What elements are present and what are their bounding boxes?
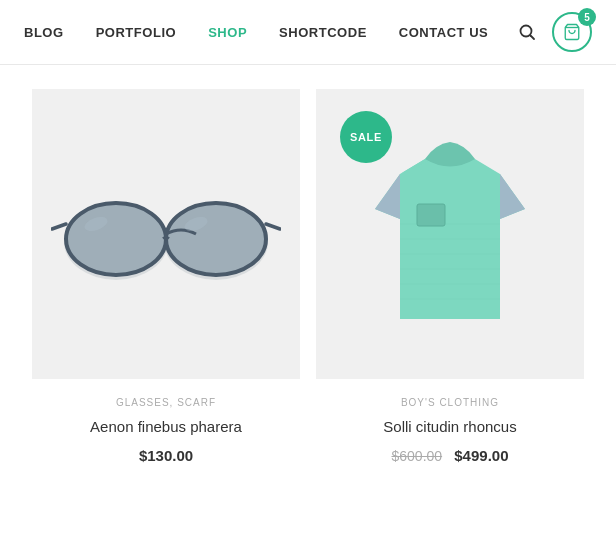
search-icon [518,23,536,41]
svg-rect-13 [417,204,445,226]
nav-contact[interactable]: CONTACT US [399,25,488,40]
product-name-shirt: Solli citudin rhoncus [332,416,568,437]
nav-shortcode[interactable]: SHORTCODE [279,25,367,40]
products-grid: GLASSES, SCARF Aenon finebus pharera $13… [0,65,616,516]
product-image-glasses [32,89,300,379]
nav-blog[interactable]: BLOG [24,25,64,40]
cart-icon [563,23,581,41]
product-price: $130.00 [48,447,284,464]
svg-line-9 [52,224,66,229]
sale-price: $499.00 [454,447,508,464]
sale-badge: SALE [340,111,392,163]
product-category-shirt: BOY'S CLOTHING [332,397,568,408]
product-name: Aenon finebus pharera [48,416,284,437]
original-price: $600.00 [391,448,442,464]
cart-badge: 5 [578,8,596,26]
product-category: GLASSES, SCARF [48,397,284,408]
product-info-glasses: GLASSES, SCARF Aenon finebus pharera $13… [32,379,300,484]
product-info-shirt: BOY'S CLOTHING Solli citudin rhoncus $60… [316,379,584,484]
svg-line-1 [531,36,535,40]
shirt-illustration [365,124,535,344]
search-button[interactable] [518,23,536,41]
svg-line-10 [266,224,280,229]
nav-portfolio[interactable]: PORTFOLIO [96,25,177,40]
product-card-glasses[interactable]: GLASSES, SCARF Aenon finebus pharera $13… [32,89,300,484]
cart-button[interactable]: 5 [552,12,592,52]
svg-point-0 [521,26,532,37]
product-card-shirt[interactable]: SALE [316,89,584,484]
nav-shop[interactable]: SHOP [208,25,247,40]
product-price-shirt: $600.00 $499.00 [332,447,568,464]
navbar: BLOG PORTFOLIO SHOP SHORTCODE CONTACT US… [0,0,616,65]
nav-right: 5 [518,12,592,52]
nav-links: BLOG PORTFOLIO SHOP SHORTCODE CONTACT US [24,25,488,40]
product-image-shirt: SALE [316,89,584,379]
glasses-illustration [51,174,281,294]
